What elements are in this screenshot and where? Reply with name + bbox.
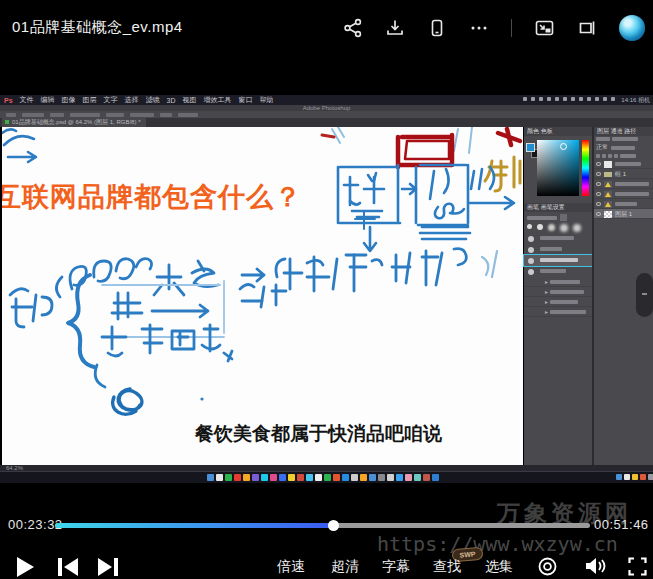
total-time: 00:51:46: [594, 517, 649, 532]
ps-brushes-panel: 画笔 画笔设置 ▸ ▸ ▸ ▸: [524, 203, 592, 335]
ps-options-bar: [0, 111, 653, 118]
taskbar-tray-icons: [616, 474, 653, 480]
ps-menu-plugins: 增效工具: [204, 95, 232, 105]
layer-row: [594, 199, 653, 209]
color-cursor: [560, 143, 567, 150]
ps-menu-file: 文件: [20, 95, 34, 105]
top-toolbar: [343, 12, 645, 44]
more-icon[interactable]: [469, 18, 489, 38]
fullscreen-icon[interactable]: [628, 557, 647, 576]
ps-menu-select: 选择: [125, 95, 139, 105]
brush-item-selected: [524, 255, 592, 266]
brush-item: [524, 266, 592, 277]
blend-mode-row: 正常: [594, 142, 653, 153]
layer-row-selected: 图层 1: [594, 209, 653, 219]
progress-handle[interactable]: [328, 520, 339, 531]
find-button[interactable]: 查找: [433, 558, 461, 576]
ps-document-tab: 01品牌基础概念.psd @ 64.2% (图层 1, RGB/8) *: [2, 118, 146, 127]
system-clock: 14:16 相机: [621, 96, 650, 105]
subtitle-button[interactable]: 字幕: [382, 558, 410, 576]
brush-size-box: [560, 214, 567, 221]
volume-icon[interactable]: [583, 556, 607, 576]
brush-folder: ▸: [524, 277, 592, 287]
ps-menu-edit: 编辑: [41, 95, 55, 105]
ps-option-widget: [160, 113, 172, 117]
share-icon[interactable]: [343, 18, 363, 38]
ps-brushes-panel-tabs: 画笔 画笔设置: [524, 203, 592, 212]
next-button[interactable]: [96, 557, 120, 577]
previous-button[interactable]: [56, 557, 80, 577]
brush-folder: ▸: [524, 297, 592, 307]
layer-row-group: 组 1: [594, 169, 653, 179]
ps-option-widget: [178, 113, 198, 117]
ps-option-widget: [106, 113, 124, 117]
ps-tab-bar: 01品牌基础概念.psd @ 64.2% (图层 1, RGB/8) *: [0, 118, 653, 127]
brush-item: [524, 244, 592, 255]
brush-item: [524, 233, 592, 244]
ps-menu-bar: Ps 文件 编辑 图像 图层 文字 选择 滤镜 3D 视图 增效工具 窗口 帮助…: [0, 95, 653, 105]
brush-dot: [573, 224, 581, 232]
subtitle-overlay: 餐饮美食都属于快消品吧咱说: [195, 421, 442, 447]
ps-color-panel: 颜色 色板: [524, 127, 592, 201]
progress-fill: [55, 523, 333, 528]
ps-color-panel-tabs: 颜色 色板: [524, 127, 592, 136]
progress-bar[interactable]: [55, 523, 590, 528]
ps-menu-3d: 3D: [167, 97, 176, 104]
ps-panels: 颜色 色板 画笔 画笔设置 ▸: [524, 127, 653, 465]
ps-canvas[interactable]: 互联网品牌都包含什么？ 餐饮美食都属于快消品吧咱说: [2, 127, 523, 465]
color-gradient-box: [537, 140, 579, 196]
ps-option-widget: [70, 113, 100, 117]
ps-option-widget: [130, 113, 154, 117]
brush-dot: [527, 224, 532, 229]
ps-tray-icons: [523, 97, 615, 101]
layer-row: [594, 159, 653, 169]
brush-dot: [548, 224, 555, 231]
ps-menu-view: 视图: [183, 95, 197, 105]
ps-logo: Ps: [4, 97, 13, 104]
hue-bar: [582, 140, 589, 196]
speed-button[interactable]: 倍速: [277, 558, 305, 576]
pip-icon[interactable]: [534, 18, 555, 38]
ps-menu-filter: 滤镜: [146, 95, 160, 105]
toolbar-divider: [511, 19, 512, 37]
download-icon[interactable]: [385, 18, 405, 38]
taskbar-icons: [207, 474, 439, 481]
ps-option-widget: [22, 113, 44, 117]
ps-menu-type: 文字: [104, 95, 118, 105]
foreground-color-swatch: [526, 143, 535, 152]
play-button[interactable]: [14, 555, 36, 579]
windows-taskbar: [0, 471, 653, 483]
handwriting-sketch: [2, 127, 523, 465]
ps-menu-layer: 图层: [83, 95, 97, 105]
brush-folder: ▸: [524, 287, 592, 297]
brush-size-row: [524, 212, 592, 223]
watermark-url: https://www.wxzyw.cn: [377, 532, 618, 556]
quality-button[interactable]: 超清: [331, 558, 359, 576]
brush-preview-row: [524, 223, 592, 233]
brush-folder: ▸: [524, 307, 592, 317]
video-player-window: 01品牌基础概念_ev.mp4: [0, 0, 653, 579]
ps-menu-window: 窗口: [239, 95, 253, 105]
brush-dot: [537, 224, 543, 230]
layer-row: [594, 179, 653, 189]
brush-size-slider: [527, 216, 557, 220]
brush-dot: [560, 224, 568, 232]
playlist-button[interactable]: 选集: [485, 558, 513, 576]
ps-menu-image: 图像: [62, 95, 76, 105]
send-to-phone-icon[interactable]: [427, 18, 447, 38]
canvas-heading: 互联网品牌都包含什么？: [2, 179, 302, 215]
float-window-icon[interactable]: [577, 18, 597, 38]
layer-row: [594, 189, 653, 199]
ps-option-widget: [50, 113, 64, 117]
video-title: 01品牌基础概念_ev.mp4: [12, 18, 183, 37]
floating-assistant-button[interactable]: [636, 273, 653, 317]
ps-tool-icon: [6, 113, 16, 117]
record-icon[interactable]: [538, 557, 557, 576]
avatar[interactable]: [619, 15, 645, 41]
ps-layers-panel-tabs: 图层 通道 路径: [594, 127, 653, 136]
ps-menu-help: 帮助: [260, 95, 274, 105]
blend-mode-value: 正常: [596, 143, 608, 152]
